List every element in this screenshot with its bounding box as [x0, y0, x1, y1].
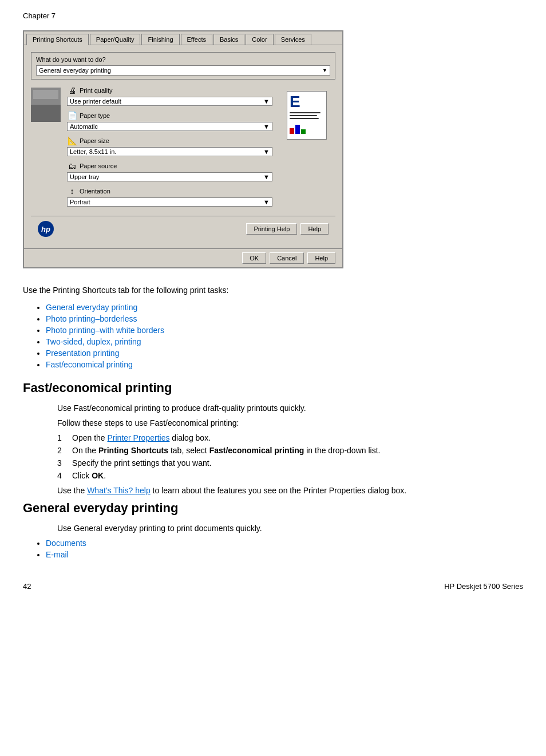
step-3: 3 Specify the print settings that you wa…	[57, 458, 435, 468]
what-do-select[interactable]: General everyday printing ▼	[36, 65, 330, 76]
page-body: Use the Printing Shortcuts tab for the f…	[23, 286, 435, 559]
paper-size-row: 📐 Paper size Letter, 8.5x11 in. ▼	[67, 136, 272, 156]
printing-help-button[interactable]: Printing Help	[246, 223, 297, 235]
thumbnail-image	[31, 88, 61, 122]
tab-services[interactable]: Services	[275, 34, 311, 45]
what-do-arrow-icon: ▼	[322, 68, 327, 73]
link-email[interactable]: E-mail	[46, 550, 69, 559]
settings-list: 🖨 Print quality Use printer default ▼	[67, 85, 272, 211]
bar-1	[290, 128, 294, 134]
paper-type-label: 📄 Paper type	[67, 110, 272, 121]
fast-economical-heading: Fast/economical printing	[23, 381, 435, 395]
link-general-everyday[interactable]: General everyday printing	[46, 303, 137, 312]
dialog-bottom-bar: OK Cancel Help	[24, 248, 342, 267]
list-item-documents: Documents	[46, 539, 435, 548]
paper-size-select[interactable]: Letter, 8.5x11 in. ▼	[67, 147, 272, 156]
product-name: HP Deskjet 5700 Series	[444, 582, 523, 591]
intro-text: Use the Printing Shortcuts tab for the f…	[23, 286, 435, 295]
step-2: 2 On the Printing Shortcuts tab, select …	[57, 446, 435, 455]
list-item: Presentation printing	[46, 349, 435, 358]
bar-2	[295, 125, 300, 134]
tab-printing-shortcuts[interactable]: Printing Shortcuts	[26, 34, 89, 45]
tab-effects[interactable]: Effects	[181, 34, 212, 45]
fast-economical-intro: Use Fast/economical printing to produce …	[57, 403, 435, 413]
list-item-email: E-mail	[46, 550, 435, 559]
bottom-help-button[interactable]: Help	[307, 252, 335, 264]
paper-source-row: 🗂 Paper source Upper tray ▼	[67, 161, 272, 181]
printer-dialog: Printing Shortcuts Paper/Quality Finishi…	[23, 30, 343, 268]
what-do-label: What do you want to do?	[36, 56, 330, 63]
tab-paper-quality[interactable]: Paper/Quality	[90, 34, 141, 45]
general-everyday-heading: General everyday printing	[23, 501, 435, 516]
paper-source-select[interactable]: Upper tray ▼	[67, 172, 272, 181]
page-footer: 42 HP Deskjet 5700 Series	[23, 582, 523, 591]
general-everyday-list: Documents E-mail	[23, 539, 435, 559]
preview-document: E	[287, 91, 327, 140]
tab-finishing[interactable]: Finishing	[141, 34, 179, 45]
paper-type-arrow-icon: ▼	[263, 123, 270, 130]
orientation-icon: ↕	[67, 186, 77, 196]
list-item: Photo printing–borderless	[46, 314, 435, 323]
step-1: 1 Open the Printer Properties dialog box…	[57, 433, 435, 442]
preview-letter-e: E	[290, 94, 324, 110]
preview-lines	[290, 112, 324, 119]
ok-button[interactable]: OK	[242, 252, 266, 264]
fast-economical-steps-intro: Follow these steps to use Fast/economica…	[57, 418, 435, 428]
paper-source-label: 🗂 Paper source	[67, 161, 272, 171]
dialog-main-area: 🖨 Print quality Use printer default ▼	[31, 85, 335, 211]
paper-source-arrow-icon: ▼	[263, 173, 270, 180]
cancel-button[interactable]: Cancel	[270, 252, 304, 264]
chapter-label: Chapter 7	[23, 11, 523, 20]
orientation-select[interactable]: Portrait ▼	[67, 197, 272, 207]
dialog-footer: hp Printing Help Help	[31, 216, 335, 242]
list-item: Fast/economical printing	[46, 360, 435, 369]
link-photo-borderless[interactable]: Photo printing–borderless	[46, 314, 137, 323]
footer-buttons: Printing Help Help	[246, 223, 329, 235]
paper-size-arrow-icon: ▼	[263, 148, 270, 155]
paper-source-icon: 🗂	[67, 161, 77, 171]
paper-size-icon: 📐	[67, 136, 77, 146]
list-item: Two-sided, duplex, printing	[46, 337, 435, 346]
tab-color[interactable]: Color	[246, 34, 273, 45]
link-whats-this[interactable]: What's This? help	[87, 486, 151, 495]
orientation-row: ↕ Orientation Portrait ▼	[67, 186, 272, 207]
document-preview: E	[278, 85, 335, 211]
link-documents[interactable]: Documents	[46, 539, 86, 548]
link-presentation[interactable]: Presentation printing	[46, 349, 119, 358]
tab-basics[interactable]: Basics	[213, 34, 244, 45]
preview-line-2	[290, 115, 317, 116]
link-fast-economical[interactable]: Fast/economical printing	[46, 360, 133, 369]
fast-economical-steps: 1 Open the Printer Properties dialog box…	[57, 433, 435, 480]
paper-type-row: 📄 Paper type Automatic ▼	[67, 110, 272, 131]
general-everyday-intro: Use General everyday printing to print d…	[57, 524, 435, 533]
paper-type-select[interactable]: Automatic ▼	[67, 122, 272, 131]
orientation-arrow-icon: ▼	[263, 199, 270, 205]
paper-size-label: 📐 Paper size	[67, 136, 272, 146]
dialog-tabs: Printing Shortcuts Paper/Quality Finishi…	[24, 31, 342, 45]
list-item: General everyday printing	[46, 303, 435, 312]
link-two-sided[interactable]: Two-sided, duplex, printing	[46, 337, 141, 346]
thumbnail-area	[31, 85, 62, 211]
preview-line-1	[290, 112, 321, 113]
link-printer-properties[interactable]: Printer Properties	[108, 433, 170, 442]
print-quality-label: 🖨 Print quality	[67, 85, 272, 96]
preview-bar-chart	[290, 122, 324, 134]
what-do-group: What do you want to do? General everyday…	[31, 52, 335, 80]
dialog-left-area: 🖨 Print quality Use printer default ▼	[31, 85, 272, 211]
paper-type-icon: 📄	[67, 110, 77, 121]
print-quality-row: 🖨 Print quality Use printer default ▼	[67, 85, 272, 106]
dialog-content: What do you want to do? General everyday…	[24, 45, 342, 248]
link-photo-white-borders[interactable]: Photo printing–with white borders	[46, 326, 164, 335]
orientation-label: ↕ Orientation	[67, 186, 272, 196]
help-button[interactable]: Help	[300, 223, 329, 235]
shortcuts-list: General everyday printing Photo printing…	[23, 303, 435, 369]
print-quality-select[interactable]: Use printer default ▼	[67, 97, 272, 106]
preview-line-3	[290, 118, 319, 119]
bar-3	[301, 129, 306, 134]
hp-logo: hp	[38, 221, 54, 237]
print-quality-icon: 🖨	[67, 85, 77, 96]
what-do-value: General everyday printing	[39, 67, 111, 74]
dialog-wrapper: Printing Shortcuts Paper/Quality Finishi…	[23, 30, 523, 268]
page-number: 42	[23, 582, 31, 591]
fast-economical-footer: Use the What's This? help to learn about…	[57, 486, 435, 495]
